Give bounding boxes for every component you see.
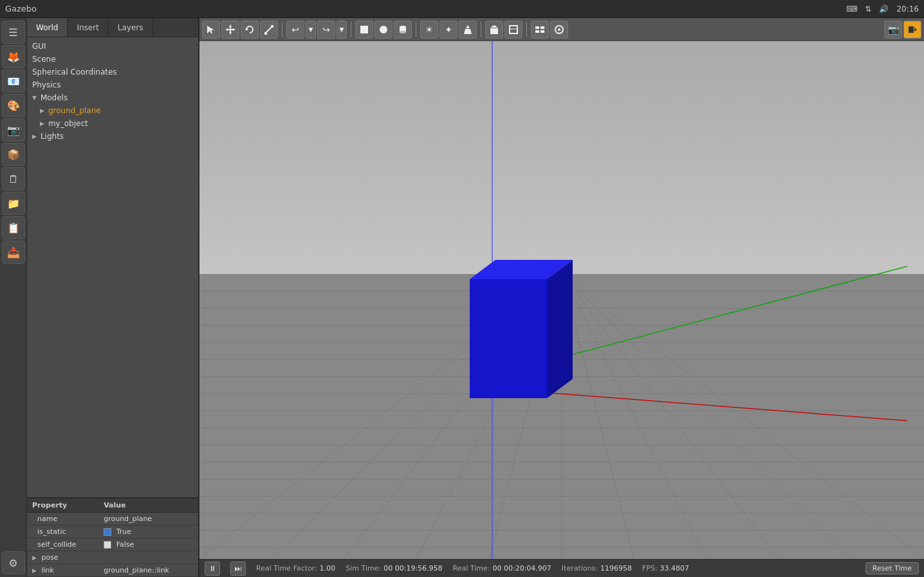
tree-label-ground-plane: ground_plane <box>48 106 101 115</box>
tree-item-spherical[interactable]: Spherical Coordinates <box>27 66 198 78</box>
table-row: name ground_plane <box>27 513 198 526</box>
svg-line-55 <box>562 274 779 559</box>
pause-btn[interactable]: ⏸ <box>205 562 220 576</box>
tab-insert[interactable]: Insert <box>68 18 108 37</box>
redo-btn[interactable]: ↪ <box>317 21 335 39</box>
rotate-tool-btn[interactable] <box>241 21 259 39</box>
svg-marker-5 <box>225 28 228 31</box>
select-tool-btn[interactable] <box>202 21 220 39</box>
prop-val-is-static[interactable]: True <box>98 526 198 538</box>
tree-item-my-object[interactable]: ▶ my_object <box>27 117 198 130</box>
prop-val-name[interactable]: ground_plane <box>98 513 198 526</box>
sidebar-icon-camera[interactable]: 📷 <box>2 118 25 142</box>
fps-label: FPS: <box>642 564 658 572</box>
toolbar-sep-5 <box>526 22 527 37</box>
svg-line-56 <box>562 274 851 559</box>
prop-col-value: Value <box>98 499 198 513</box>
sidebar-icon-box[interactable]: 📦 <box>2 143 25 166</box>
lights-arrow: ▶ <box>32 133 37 140</box>
step-btn[interactable]: ⏭ <box>230 562 246 576</box>
toolbar-sep-1 <box>282 22 282 37</box>
reset-time-btn[interactable]: Reset Time <box>865 562 919 574</box>
statusbar: ⏸ ⏭ Real Time Factor: 1.00 Sim Time: 00 … <box>199 559 924 577</box>
model-btn-2[interactable] <box>504 21 522 39</box>
toolbar-sep-3 <box>416 22 416 37</box>
tree-label-spherical: Spherical Coordinates <box>32 68 117 77</box>
svg-rect-25 <box>541 30 544 33</box>
sidebar-icon-inbox[interactable]: 📥 <box>2 241 25 264</box>
svg-marker-29 <box>914 28 917 32</box>
tree-item-physics[interactable]: Physics <box>27 78 198 91</box>
scale-tool-btn[interactable] <box>260 21 278 39</box>
fps: FPS: 33.4807 <box>642 564 689 572</box>
svg-rect-23 <box>541 26 544 29</box>
sidebar-icon-paint[interactable]: 🎨 <box>2 94 25 117</box>
iterations: Iterations: 1196958 <box>562 564 632 572</box>
record-btn[interactable] <box>903 21 921 39</box>
titlebar: Gazebo ⌨ ⇅ 🔊 20:16 <box>0 0 924 18</box>
titlebar-left: Gazebo <box>5 4 37 14</box>
rtf-value: 1.00 <box>320 564 336 572</box>
prop-val-self-collide[interactable]: False <box>98 538 198 551</box>
blue-cube-svg <box>457 253 573 408</box>
tree-item-ground-plane[interactable]: ▶ ground_plane <box>27 104 198 117</box>
blue-cube-container <box>457 253 573 410</box>
point-light-btn[interactable]: ✦ <box>439 21 457 39</box>
prop-key-link: ▶ link <box>27 564 98 577</box>
sidebar-icon-notes[interactable]: 🗒 <box>2 167 25 190</box>
svg-rect-61 <box>470 279 547 398</box>
sidebar-icon-0[interactable]: ☰ <box>2 21 25 44</box>
undo-btn[interactable]: ↩ <box>286 21 304 39</box>
insert-sphere-btn[interactable] <box>374 21 393 39</box>
sidebar-icon-firefox[interactable]: 🦊 <box>2 45 25 68</box>
scene-3d[interactable] <box>199 41 924 559</box>
insert-cylinder-btn[interactable] <box>394 21 412 39</box>
svg-rect-9 <box>264 32 267 35</box>
svg-marker-63 <box>547 260 573 398</box>
tab-world[interactable]: World <box>27 18 68 37</box>
toolbar: ↩ ▼ ↪ ▼ ☀ ✦ <box>199 18 924 41</box>
checkbox-self-collide[interactable] <box>104 541 111 549</box>
real-time-factor: Real Time Factor: 1.00 <box>256 564 335 572</box>
translate-tool-btn[interactable] <box>221 21 239 39</box>
sidebar-icon-mail[interactable]: 📧 <box>2 69 25 93</box>
svg-rect-24 <box>535 30 539 33</box>
sidebar-icon-clipboard[interactable]: 📋 <box>2 216 25 239</box>
model-btn-1[interactable] <box>485 21 503 39</box>
panel-tabs: World Insert Layers <box>27 18 198 37</box>
iterations-value: 1196958 <box>600 564 632 572</box>
align-btn[interactable] <box>531 21 549 39</box>
tab-layers[interactable]: Layers <box>109 18 153 37</box>
pose-expand-arrow[interactable]: ▶ <box>32 554 37 561</box>
rtf-label: Real Time Factor: <box>256 564 317 572</box>
svg-marker-17 <box>464 29 472 34</box>
real-time: Real Time: 00 00:20:04.907 <box>453 564 551 572</box>
sidebar-icons: ☰ 🦊 📧 🎨 📷 📦 🗒 📁 📋 📥 ⚙ <box>0 18 27 577</box>
prop-key-pose: ▶ pose <box>27 551 98 564</box>
snap-btn[interactable] <box>550 21 568 39</box>
real-time-label: Real Time: <box>453 564 490 572</box>
tree-item-lights[interactable]: ▶ Lights <box>27 130 198 143</box>
checkbox-is-static[interactable] <box>104 528 111 536</box>
svg-point-27 <box>558 28 560 31</box>
insert-box-btn[interactable] <box>355 21 373 39</box>
undo-arrow[interactable]: ▼ <box>306 21 316 39</box>
tree-label-gui: GUI <box>32 42 46 51</box>
link-expand-arrow[interactable]: ▶ <box>32 567 37 574</box>
svg-rect-22 <box>535 26 539 29</box>
sun-light-btn[interactable]: ☀ <box>420 21 438 39</box>
svg-marker-6 <box>233 28 236 31</box>
screenshot-btn[interactable]: 📷 <box>884 21 902 39</box>
tree-label-lights: Lights <box>41 132 64 141</box>
tree-item-gui[interactable]: GUI <box>27 40 198 53</box>
tree-item-scene[interactable]: Scene <box>27 53 198 66</box>
spot-light-btn[interactable] <box>459 21 477 39</box>
sidebar-icon-settings[interactable]: ⚙ <box>2 551 25 574</box>
iterations-label: Iterations: <box>562 564 598 572</box>
sim-time: Sim Time: 00 00:19:56.958 <box>346 564 442 572</box>
sidebar-icon-folder[interactable]: 📁 <box>2 192 25 215</box>
tree-item-models[interactable]: ▼ Models <box>27 91 198 104</box>
redo-arrow[interactable]: ▼ <box>337 21 347 39</box>
keyboard-icon: ⌨ <box>846 5 857 14</box>
models-arrow: ▼ <box>32 95 37 101</box>
